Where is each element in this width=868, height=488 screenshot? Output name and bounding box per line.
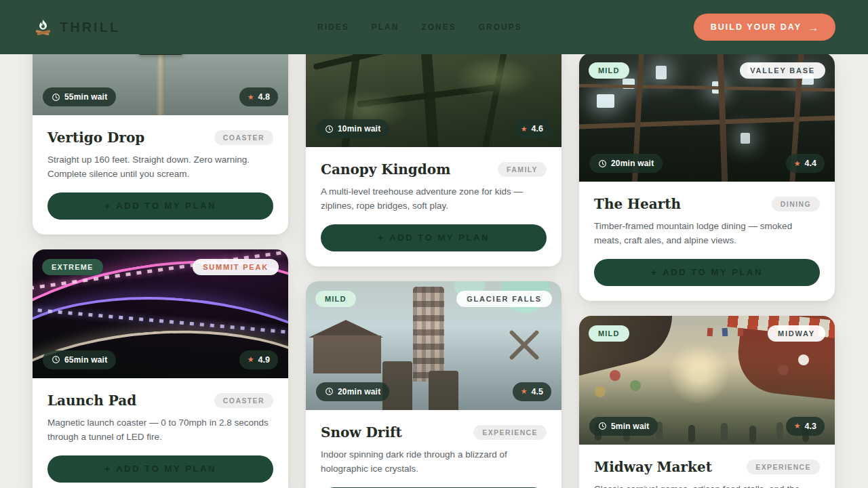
wait-time-pill: 20min wait: [316, 382, 389, 401]
plus-icon: +: [378, 232, 383, 243]
ride-title: Canopy Kingdom: [321, 161, 450, 178]
clock-icon: [52, 355, 60, 364]
ride-title: Vertigo Drop: [47, 129, 144, 146]
rating-value: 4.5: [532, 387, 543, 396]
rating-value: 4.9: [258, 355, 270, 365]
rating-pill: ★ 4.6: [513, 119, 551, 138]
zone-badge: GLACIER FALLS: [456, 291, 552, 307]
brand-name: THRILL: [60, 20, 120, 35]
ride-card-snow-drift[interactable]: MILD GLACIER FALLS 20min wait ★ 4.5 Snow…: [306, 281, 561, 488]
star-icon: ★: [248, 93, 254, 102]
wait-time-pill: 20min wait: [589, 154, 663, 173]
plus-icon: +: [104, 464, 110, 474]
ride-title: Launch Pad: [47, 392, 136, 409]
add-to-plan-label: ADD TO MY PLAN: [116, 201, 216, 211]
wait-time-pill: 55min wait: [43, 87, 116, 106]
category-badge: EXPERIENCE: [747, 460, 820, 474]
ride-card-body: The Hearth DINING Timber-framed mountain…: [579, 182, 835, 301]
ride-description: A multi-level treehouse adventure zone f…: [321, 185, 547, 214]
add-to-plan-label: ADD TO MY PLAN: [389, 232, 490, 243]
wait-time-label: 10min wait: [338, 124, 380, 134]
ride-description: Timber-framed mountain lodge dining — sm…: [594, 220, 820, 248]
star-icon: ★: [794, 422, 801, 430]
ride-card-body: Vertigo Drop COASTER Straight up 160 fee…: [33, 115, 288, 235]
plus-icon: +: [651, 267, 656, 278]
wait-time-label: 55min wait: [64, 92, 107, 102]
ride-card-launch-pad[interactable]: EXTREME SUMMIT PEAK 65min wait ★ 4.9 Lau…: [33, 249, 288, 488]
build-your-day-button[interactable]: BUILD YOUR DAY →: [694, 14, 835, 41]
ride-description: Indoor spinning dark ride through a bliz…: [321, 448, 547, 476]
title-row: The Hearth DINING: [594, 196, 820, 212]
wait-time-label: 20min wait: [338, 387, 380, 396]
wait-time-label: 5min wait: [611, 422, 649, 431]
rating-pill: ★ 4.5: [513, 382, 551, 401]
wait-time-pill: 10min wait: [316, 119, 389, 138]
star-icon: ★: [794, 159, 801, 168]
category-badge: DINING: [772, 197, 820, 211]
ride-card-canopy-kingdom[interactable]: 10min wait ★ 4.6 Canopy Kingdom FAMILY A…: [306, 18, 561, 266]
ride-card-midway-market[interactable]: MILD MIDWAY 5min wait ★ 4.3 Midway Marke…: [579, 316, 835, 488]
star-icon: ★: [248, 355, 254, 364]
top-nav-bar: THRILL RIDES PLAN ZONES GROUPS BUILD YOU…: [0, 0, 868, 54]
ride-card-body: Snow Drift EXPERIENCE Indoor spinning da…: [306, 410, 561, 488]
category-badge: COASTER: [214, 393, 273, 408]
ride-image: EXTREME SUMMIT PEAK 65min wait ★ 4.9: [33, 249, 288, 378]
rating-pill: ★ 4.3: [786, 417, 825, 436]
build-your-day-label: BUILD YOUR DAY: [711, 22, 802, 32]
title-row: Vertigo Drop COASTER: [47, 129, 273, 146]
add-to-plan-button[interactable]: + ADD TO MY PLAN: [321, 224, 547, 251]
ride-description: Straight up 160 feet. Straight down. Zer…: [47, 153, 273, 182]
title-row: Canopy Kingdom FAMILY: [321, 161, 547, 178]
nav-item-rides[interactable]: RIDES: [317, 22, 349, 32]
clock-icon: [52, 93, 60, 102]
grid-column-1: 55min wait ★ 4.8 Vertigo Drop COASTER St…: [33, 0, 288, 488]
ride-image: MILD GLACIER FALLS 20min wait ★ 4.5: [306, 281, 561, 410]
ride-title: Midway Market: [594, 459, 712, 475]
nav-item-plan[interactable]: PLAN: [372, 22, 399, 32]
ride-card-body: Launch Pad COASTER Magnetic launch coast…: [33, 378, 288, 488]
intensity-badge: MILD: [315, 291, 356, 307]
grid-column-2: 10min wait ★ 4.6 Canopy Kingdom FAMILY A…: [306, 18, 561, 488]
ride-card-the-hearth[interactable]: MILD VALLEY BASE 20min wait ★ 4.4 The He…: [579, 53, 835, 301]
ride-image: MILD MIDWAY 5min wait ★ 4.3: [579, 316, 835, 445]
ride-grid: 55min wait ★ 4.8 Vertigo Drop COASTER St…: [0, 0, 868, 488]
clock-icon: [325, 387, 334, 396]
intensity-badge: MILD: [589, 325, 629, 342]
category-badge: FAMILY: [498, 162, 547, 177]
add-to-plan-label: ADD TO MY PLAN: [116, 464, 216, 474]
arrow-right-icon: →: [808, 22, 818, 33]
clock-icon: [325, 125, 334, 134]
brand[interactable]: THRILL: [34, 18, 120, 37]
rating-value: 4.6: [532, 124, 543, 134]
grid-column-3: MILD VALLEY BASE 20min wait ★ 4.4 The He…: [579, 53, 835, 488]
wait-time-pill: 65min wait: [43, 350, 116, 369]
zone-badge: MIDWAY: [768, 325, 825, 342]
category-badge: COASTER: [214, 130, 273, 145]
wait-time-label: 65min wait: [64, 355, 107, 365]
add-to-plan-button[interactable]: + ADD TO MY PLAN: [594, 259, 820, 286]
add-to-plan-button[interactable]: + ADD TO MY PLAN: [47, 192, 273, 220]
title-row: Midway Market EXPERIENCE: [594, 459, 820, 475]
intensity-badge: MILD: [589, 62, 629, 79]
rating-pill: ★ 4.4: [786, 154, 825, 173]
title-row: Launch Pad COASTER: [47, 392, 273, 409]
zone-badge: SUMMIT PEAK: [193, 259, 279, 275]
clock-icon: [598, 422, 607, 430]
rating-pill: ★ 4.9: [239, 350, 278, 369]
rating-value: 4.4: [805, 159, 816, 168]
ride-image: MILD VALLEY BASE 20min wait ★ 4.4: [579, 53, 835, 182]
main-nav: RIDES PLAN ZONES GROUPS: [317, 22, 522, 32]
add-to-plan-label: ADD TO MY PLAN: [663, 267, 763, 277]
ride-title: The Hearth: [594, 196, 681, 212]
rating-value: 4.3: [805, 422, 816, 431]
wait-time-label: 20min wait: [611, 159, 654, 168]
category-badge: EXPERIENCE: [473, 425, 547, 440]
rating-value: 4.8: [258, 92, 270, 102]
zone-badge: VALLEY BASE: [740, 62, 825, 79]
add-to-plan-button[interactable]: + ADD TO MY PLAN: [47, 455, 273, 483]
plus-icon: +: [104, 201, 110, 211]
clock-icon: [598, 159, 607, 168]
nav-item-groups[interactable]: GROUPS: [479, 22, 522, 32]
nav-item-zones[interactable]: ZONES: [421, 22, 456, 32]
title-row: Snow Drift EXPERIENCE: [321, 424, 547, 441]
